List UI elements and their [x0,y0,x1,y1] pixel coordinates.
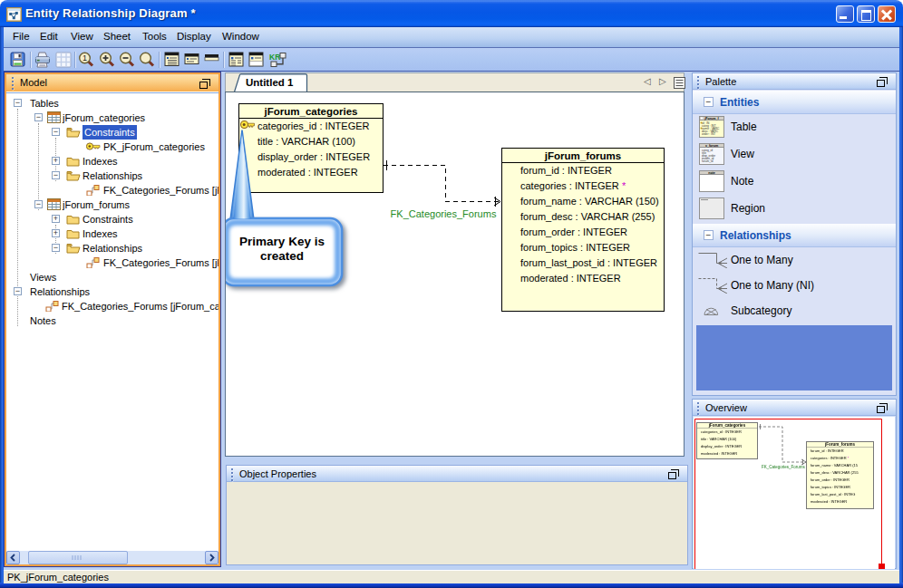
svg-text:created: created [260,249,304,263]
svg-text:KR: KR [269,53,280,62]
svg-text:note: note [708,171,715,175]
svg-text:order : INT: order : INT [702,132,715,136]
svg-text:1: 1 [83,53,87,63]
svg-text:FK_Categories_Forums: FK_Categories_Forums [391,208,497,219]
svg-text:Primary Key is: Primary Key is [239,235,325,248]
svg-text:forum_id: forum_id [702,159,714,163]
